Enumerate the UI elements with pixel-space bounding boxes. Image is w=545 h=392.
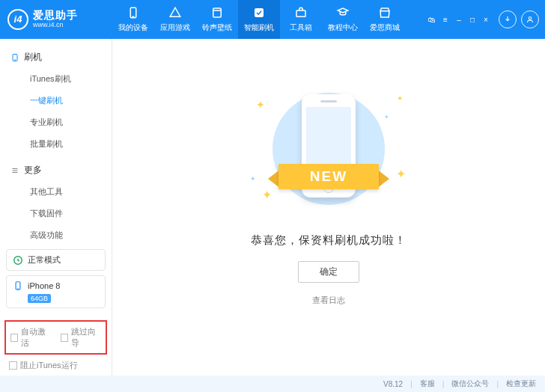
tab-ringtones[interactable]: 铃声壁纸 [196,0,238,39]
sidebar: 刷机 iTunes刷机 一键刷机 专业刷机 批量刷机 更多 其他工具 下载固件 … [0,39,112,376]
checkbox-skip-guide[interactable]: 跳过向导 [61,326,102,349]
sidebar-item-oneclick-flash[interactable]: 一键刷机 [0,90,112,111]
sidebar-group-flash[interactable]: 刷机 [0,46,112,68]
svg-point-6 [529,17,532,20]
mode-label: 正常模式 [28,254,61,266]
svg-rect-5 [296,10,305,16]
tab-toolbox[interactable]: 工具箱 [280,0,322,39]
tab-label: 教程中心 [328,22,358,33]
checkbox-auto-activate[interactable]: 自动激活 [10,326,52,349]
sidebar-item-advanced[interactable]: 高级功能 [0,224,112,246]
user-button[interactable] [521,10,539,28]
sidebar-group-more[interactable]: 更多 [0,159,112,181]
logo-icon [7,9,28,30]
tab-flash[interactable]: 智能刷机 [238,0,280,39]
tab-label: 应用游戏 [160,22,190,33]
bottom-check-highlight: 自动激活 跳过向导 [4,320,107,355]
download-button[interactable] [499,10,517,28]
update-link[interactable]: 检查更新 [506,379,536,389]
ok-button[interactable]: 确定 [298,261,359,283]
svg-rect-2 [213,8,222,17]
sidebar-item-batch-flash[interactable]: 批量刷机 [0,133,112,155]
menu-icon[interactable]: ≡ [440,16,451,24]
tab-label: 爱思商城 [370,22,400,33]
support-link[interactable]: 客服 [420,379,435,389]
tab-tutorial[interactable]: 教程中心 [322,0,364,39]
mode-pill[interactable]: 正常模式 [6,249,106,271]
tab-label: 智能刷机 [244,22,274,33]
app-header: 爱思助手 www.i4.cn 我的设备 应用游戏 铃声壁纸 智能刷机 工具箱 教… [0,0,545,39]
tab-label: 我的设备 [118,22,148,33]
device-name: iPhone 8 [28,281,60,290]
tab-label: 铃声壁纸 [202,22,232,33]
tab-store[interactable]: 爱思商城 [364,0,406,39]
success-illustration: NEW ✦ ✦ ✦ ✦ ✦ ✦ [250,84,407,218]
maximize-icon[interactable]: □ [467,16,478,24]
sidebar-item-itunes-flash[interactable]: iTunes刷机 [0,68,112,90]
sidebar-item-download-firmware[interactable]: 下载固件 [0,203,112,224]
tab-my-device[interactable]: 我的设备 [112,0,154,39]
top-nav: 我的设备 应用游戏 铃声壁纸 智能刷机 工具箱 教程中心 爱思商城 [112,0,406,39]
sidebar-item-other-tools[interactable]: 其他工具 [0,181,112,203]
svg-rect-4 [255,8,264,17]
checkbox-prevent-itunes[interactable]: 阻止iTunes运行 [9,360,78,371]
tab-apps[interactable]: 应用游戏 [154,0,196,39]
sidebar-group-label: 更多 [24,164,42,177]
wechat-link[interactable]: 微信公众号 [451,379,489,389]
view-log-link[interactable]: 查看日志 [312,295,345,306]
cart-icon[interactable]: 🛍 [427,16,437,24]
brand-url: www.i4.cn [33,22,78,29]
brand-name: 爱思助手 [33,10,78,21]
version-label: V8.12 [383,380,403,388]
brand-block: 爱思助手 www.i4.cn [7,9,112,30]
device-pill[interactable]: iPhone 8 64GB [6,275,106,308]
main-panel: NEW ✦ ✦ ✦ ✦ ✦ ✦ 恭喜您，保资料刷机成功啦！ 确定 查看日志 [112,39,545,376]
sidebar-item-pro-flash[interactable]: 专业刷机 [0,111,112,133]
sidebar-group-label: 刷机 [24,51,42,64]
close-icon[interactable]: × [481,16,491,24]
success-message: 恭喜您，保资料刷机成功啦！ [251,233,407,248]
minimize-icon[interactable]: – [454,16,464,24]
status-bar: V8.12 | 客服 | 微信公众号 | 检查更新 [0,376,545,392]
tab-label: 工具箱 [290,22,312,33]
storage-badge: 64GB [28,294,51,303]
